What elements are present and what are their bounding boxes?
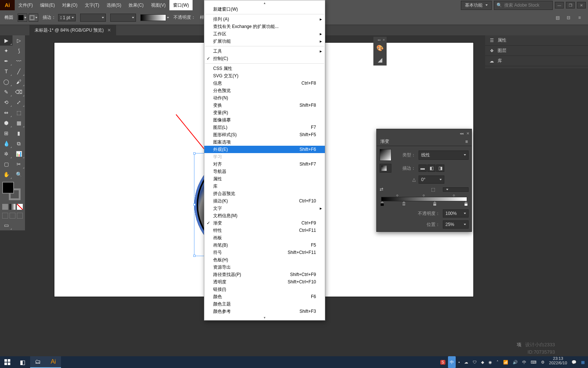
dock-collapse-icon[interactable]: ◂◂ xyxy=(377,38,380,42)
start-button[interactable] xyxy=(0,356,15,368)
menu-item[interactable]: 库 xyxy=(204,183,325,190)
menu-item[interactable]: CSS 属性 xyxy=(204,65,325,72)
menu-item[interactable]: ✓渐变Ctrl+F9 xyxy=(204,219,325,227)
menu-item[interactable]: 属性 xyxy=(204,175,325,183)
gradient-mode-icon[interactable] xyxy=(10,204,15,210)
tray-cloud-icon[interactable]: ☁ xyxy=(462,356,470,368)
line-tool[interactable]: ╱ xyxy=(12,66,25,77)
tray-shield-icon[interactable]: 🛡 xyxy=(471,356,478,368)
gradient-type-select[interactable]: 线性 xyxy=(419,151,469,160)
gradient-slider[interactable] xyxy=(380,195,469,206)
opacity-gradient[interactable] xyxy=(140,14,166,21)
color-mode-icon[interactable] xyxy=(2,204,8,210)
gradient-panel-tab[interactable]: 渐变≡ xyxy=(377,137,472,146)
aspect-input[interactable] xyxy=(443,187,469,192)
aspect-icon[interactable]: ⬚ xyxy=(431,187,440,192)
gradient-angle-input[interactable]: 0° xyxy=(419,176,444,184)
type-tool[interactable]: T xyxy=(0,66,12,77)
fill-swatch[interactable] xyxy=(18,14,27,22)
menu-object[interactable]: 对象(O) xyxy=(58,0,81,10)
menu-item[interactable]: SVG 交互(Y) xyxy=(204,72,325,79)
gradient-tool[interactable]: ▮ xyxy=(12,128,25,138)
eyedropper-tool[interactable]: 💧 xyxy=(0,138,12,149)
magic-wand-tool[interactable]: ✦ xyxy=(0,46,12,56)
eraser-tool[interactable]: ⌫ xyxy=(12,87,25,97)
menu-item[interactable]: 特性Ctrl+F11 xyxy=(204,227,325,234)
menu-item[interactable]: 图形样式(S)Shift+F5 xyxy=(204,131,325,138)
menu-item[interactable]: 信息Ctrl+F8 xyxy=(204,79,325,87)
properties-panel-tab[interactable]: ☰属性 xyxy=(485,35,588,46)
arrange-icon[interactable]: ▤ xyxy=(553,14,562,22)
menu-item[interactable]: 文档信息(M) xyxy=(204,212,325,219)
menu-item[interactable]: 拼合器预览 xyxy=(204,190,325,197)
menu-item[interactable]: 动作(N) xyxy=(204,94,325,102)
stroke-weight-input[interactable]: ▲▼ 1 pt xyxy=(58,14,76,21)
menu-item[interactable]: 变量(R) xyxy=(204,109,325,116)
tray-notifications-icon[interactable]: 💬 xyxy=(570,356,578,368)
menu-type[interactable]: 文字(T) xyxy=(81,0,103,10)
menu-item[interactable]: 外观(E)Shift+F6 xyxy=(204,146,325,153)
panel-close-icon[interactable]: ✕ xyxy=(466,131,469,135)
tray-clock[interactable]: 23:132022/6/10 xyxy=(547,356,569,368)
document-tab[interactable]: 未标题-1* @ 84% (RGB/GPU 预览) ✕ xyxy=(29,25,116,35)
slice-tool[interactable]: ✂ xyxy=(12,159,25,169)
tray-app1-icon[interactable]: ◆ xyxy=(479,356,486,368)
align-icon[interactable]: ⊟ xyxy=(564,14,573,22)
menu-item[interactable]: 路径查找器(P)Shift+Ctrl+F9 xyxy=(204,271,325,278)
perspective-tool[interactable]: ▦ xyxy=(12,118,25,128)
menu-item[interactable]: 分色预览 xyxy=(204,87,325,94)
gradient-panel[interactable]: ◂◂✕ 渐变≡ 类型： 线性 描边： ▬◧◨ △ 0° ⇄ ⬚ xyxy=(376,129,472,232)
window-restore[interactable]: ❐ xyxy=(566,2,575,8)
task-view-icon[interactable]: ◧ xyxy=(15,356,30,368)
swatches-panel-icon[interactable]: ◢ xyxy=(373,54,387,66)
menu-view[interactable]: 视图(V) xyxy=(147,0,169,10)
stroke-swatch[interactable] xyxy=(29,14,38,22)
draw-inside-icon[interactable] xyxy=(17,213,23,219)
menu-item[interactable]: 新建窗口(W) xyxy=(204,6,325,13)
fill-stroke-indicator[interactable] xyxy=(0,180,25,202)
menu-window[interactable]: 窗口(W) xyxy=(169,0,193,10)
artboard-tool[interactable]: ▢ xyxy=(0,159,12,169)
stop-opacity-input[interactable]: 100% xyxy=(443,209,469,217)
menu-item[interactable]: 透明度Shift+Ctrl+F10 xyxy=(204,278,325,286)
menu-item[interactable]: 图案选项 xyxy=(204,138,325,146)
panel-collapse-icon[interactable]: ◂◂ xyxy=(460,131,463,135)
gradient-reverse-icon[interactable]: ⇄ xyxy=(380,187,388,192)
panel-menu-icon[interactable]: ≡ xyxy=(465,139,468,144)
menu-item[interactable]: 颜色参考Shift+F3 xyxy=(204,308,325,315)
menu-item[interactable]: 工作区▸ xyxy=(204,30,325,38)
menu-item[interactable]: 描边(K)Ctrl+F10 xyxy=(204,197,325,205)
scale-tool[interactable]: ⤢ xyxy=(12,97,25,107)
free-transform-tool[interactable]: ⬚ xyxy=(12,107,25,118)
close-icon[interactable]: ✕ xyxy=(107,28,111,33)
more-icon[interactable]: ≡ xyxy=(576,14,584,22)
menu-item[interactable]: 文字▸ xyxy=(204,205,325,212)
menu-item[interactable]: 排列 (A)▸ xyxy=(204,15,325,23)
curvature-tool[interactable]: 〰 xyxy=(12,56,25,66)
mesh-tool[interactable]: ⊞ xyxy=(0,128,12,138)
gradient-swap-icon[interactable] xyxy=(380,164,391,173)
menu-item[interactable]: 导航器 xyxy=(204,168,325,175)
menu-item[interactable]: 资源导出 xyxy=(204,263,325,271)
tray-ime2[interactable]: 中 xyxy=(520,356,528,368)
menu-item[interactable]: 画笔(B)F5 xyxy=(204,241,325,249)
menu-file[interactable]: 文件(F) xyxy=(15,0,36,10)
stroke-profile[interactable] xyxy=(80,14,106,22)
workspace-switcher[interactable]: 基本功能 xyxy=(461,1,492,10)
menu-select[interactable]: 选择(S) xyxy=(103,0,125,10)
brush-tool[interactable]: 🖌 xyxy=(12,77,25,87)
lasso-tool[interactable]: ⟆ xyxy=(12,46,25,56)
menu-item[interactable]: 查找有关 Exchange 的扩展功能... xyxy=(204,23,325,30)
graph-tool[interactable]: 📊 xyxy=(12,149,25,159)
menu-item[interactable]: 颜色主题 xyxy=(204,300,325,308)
ellipse-tool[interactable]: ◯ xyxy=(0,77,12,87)
selection-tool[interactable]: ▶ xyxy=(0,35,12,46)
window-close[interactable]: ✕ xyxy=(577,2,586,8)
menu-item[interactable]: 画板 xyxy=(204,234,325,241)
tray-chevron-icon[interactable]: ˄ xyxy=(495,356,501,368)
direct-selection-tool[interactable]: ▷ xyxy=(12,35,25,46)
adobe-stock-search[interactable]: 🔍 搜索 Adobe Stock xyxy=(494,1,553,10)
brush-def[interactable] xyxy=(110,14,136,22)
libraries-panel-tab[interactable]: ☁库 xyxy=(485,56,588,66)
menu-item[interactable]: 符号Shift+Ctrl+F11 xyxy=(204,249,325,256)
